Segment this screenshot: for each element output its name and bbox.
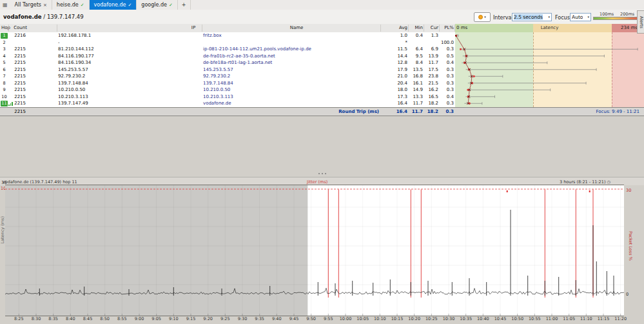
pl-cell: 0.3 [440, 80, 454, 87]
header-ip[interactable]: IP [181, 24, 206, 32]
tab-label: All Targets [15, 2, 41, 8]
splitter-handle[interactable] [0, 172, 644, 176]
time-tick-label: 8:35 [46, 316, 61, 321]
latency-scale-legend: 100ms 200ms [593, 12, 643, 22]
header-count[interactable]: Count [10, 24, 27, 32]
ip-cell: 84.116.190.177 [58, 53, 94, 60]
pl-cell: 0.4 [440, 94, 454, 101]
time-tick-label: 9:05 [150, 316, 164, 321]
header-name[interactable]: Name [284, 24, 309, 32]
avg-cell: 17.3 [382, 94, 407, 101]
header-cur[interactable]: Cur [424, 24, 438, 32]
time-tick-label: 8:45 [81, 316, 95, 321]
latency-axis-max: 234 ms [621, 24, 638, 32]
tab-heise-de[interactable]: heise.de✓ [52, 0, 90, 10]
min-cell: 16.1 [409, 80, 423, 87]
count-cell: 2215 [9, 73, 26, 80]
tab-google-de[interactable]: google.de✓ [137, 0, 178, 10]
tab-label: heise.de [57, 2, 79, 8]
chevron-down-icon: ▾ [484, 15, 486, 19]
hop-number: 11 [1, 101, 8, 106]
latency-axis-min: 0 ms [456, 24, 467, 32]
target-tabs: All Targets×heise.de✓vodafone.de✓google.… [10, 0, 191, 10]
time-tick-label: 8:40 [63, 316, 77, 321]
count-cell: 2215 [9, 86, 26, 94]
time-tick-label: 9:25 [218, 316, 232, 321]
check-icon[interactable]: ✓ [169, 3, 173, 8]
time-tick-label: 9:00 [132, 316, 146, 321]
time-tick-label: 10:00 [338, 316, 353, 321]
header-avg[interactable]: Avg [382, 24, 407, 32]
header-pl[interactable]: PL% [440, 24, 454, 32]
column-divider [380, 25, 381, 32]
check-icon[interactable]: ✓ [128, 3, 132, 8]
time-tick-label: 11:10 [579, 316, 593, 321]
time-tick-label: 11:05 [562, 316, 576, 321]
column-divider [8, 25, 9, 32]
tab-label: google.de [141, 2, 167, 8]
column-divider [202, 25, 202, 32]
focus-select[interactable]: Auto ▾ [570, 13, 591, 21]
time-tick-label: 8:30 [29, 316, 43, 321]
summary-pl: 0.3 [440, 108, 454, 116]
cur-cell: 17.5 [424, 66, 438, 74]
hop-row-1[interactable]: 12216192.168.178.1fritz.box1.00.41.3 [0, 32, 644, 39]
column-divider [454, 25, 455, 32]
target-name: vodafone.de [3, 14, 42, 20]
packet-loss-axis-top-value: 30 [626, 188, 631, 193]
hop-row-6[interactable]: 62215145.253.5.57145.253.5.5717.913.517.… [0, 66, 644, 74]
tab-vodafone-de[interactable]: vodafone.de✓ [90, 0, 137, 10]
hop-row-2[interactable]: 2-*100.0 [0, 39, 644, 46]
hop-row-10[interactable]: 10221510.210.3.11310.210.3.11317.313.316… [0, 94, 644, 101]
hop-number: 4 [1, 54, 8, 59]
timeline-plot[interactable] [5, 185, 624, 316]
close-icon[interactable]: × [43, 3, 47, 8]
name-cell: 10.210.0.50 [203, 86, 230, 94]
clock-icon: ◷ [607, 179, 611, 185]
cur-cell: 16.5 [424, 94, 438, 101]
pl-cell: 0.3 [440, 73, 454, 80]
pl-cell: 0.3 [440, 66, 454, 74]
time-range-label: 3 hours (8:21 - 11:21) [560, 179, 605, 185]
count-cell: 2215 [9, 66, 26, 74]
column-divider [439, 25, 440, 32]
time-tick-label: 9:45 [287, 316, 301, 321]
pl-cell: 0.3 [440, 46, 454, 53]
target-breadcrumb: vodafone.de / 139.7.147.49 [3, 14, 84, 20]
name-cell: 145.253.5.57 [203, 66, 233, 74]
scale-100ms-label: 100ms [600, 12, 614, 17]
ip-cell: - [58, 39, 60, 46]
time-axis: 8:258:308:358:408:458:508:559:009:059:10… [5, 316, 624, 322]
hop-row-3[interactable]: 3221581.210.144.112ip-081-210-144-112.um… [0, 46, 644, 53]
target-status-button[interactable]: ▾ [474, 12, 491, 22]
count-cell: 2215 [9, 53, 26, 60]
hop-row-4[interactable]: 4221584.116.190.177de-fra01b-rc2-ae-35-0… [0, 53, 644, 60]
header-min[interactable]: Min [409, 24, 423, 32]
hop-row-5[interactable]: 5221584.116.190.34de-bfe18a-rt01-lag-1.a… [0, 59, 644, 66]
time-tick-label: 10:40 [476, 316, 490, 321]
target-toolbar: vodafone.de / 139.7.147.49 ▾ Interval 2.… [0, 10, 644, 25]
name-cell: 92.79.230.2 [203, 73, 230, 80]
focus-label: Focus [555, 15, 570, 21]
check-icon[interactable]: ✓ [81, 3, 84, 8]
summary-row: 2215 Round Trip (ms) 16.4 11.7 18.2 0.3 … [0, 107, 644, 116]
new-target-button[interactable]: + [178, 0, 191, 10]
summary-min: 11.7 [409, 108, 423, 116]
ip-cell: 84.116.190.34 [58, 59, 91, 66]
min-cell: 11.7 [409, 100, 423, 107]
interval-select[interactable]: 2.5 seconds ▾ [512, 13, 552, 21]
hop-row-7[interactable]: 7221592.79.230.292.79.230.221.016.823.80… [0, 73, 644, 80]
hop-row-9[interactable]: 9221510.210.0.5010.210.0.5018.014.916.20… [0, 86, 644, 94]
time-range-control[interactable]: 3 hours (8:21 - 11:21) ◷ [560, 179, 610, 185]
time-tick-label: 10:15 [390, 316, 404, 321]
hop-row-11[interactable]: 112215139.7.147.49vodafone.de16.411.718.… [0, 100, 644, 107]
name-cell: vodafone.de [203, 100, 231, 107]
count-cell: 2215 [9, 59, 26, 66]
column-divider [408, 25, 409, 32]
hop-row-8[interactable]: 82215139.7.148.84139.7.148.8420.416.121.… [0, 80, 644, 87]
column-divider [57, 25, 57, 32]
all-targets-grid-icon[interactable]: ▦ [0, 0, 10, 10]
alerts-tab[interactable]: Alerts [637, 10, 644, 34]
cur-cell: 6.9 [424, 46, 438, 53]
tab-all-targets[interactable]: All Targets× [10, 0, 52, 10]
